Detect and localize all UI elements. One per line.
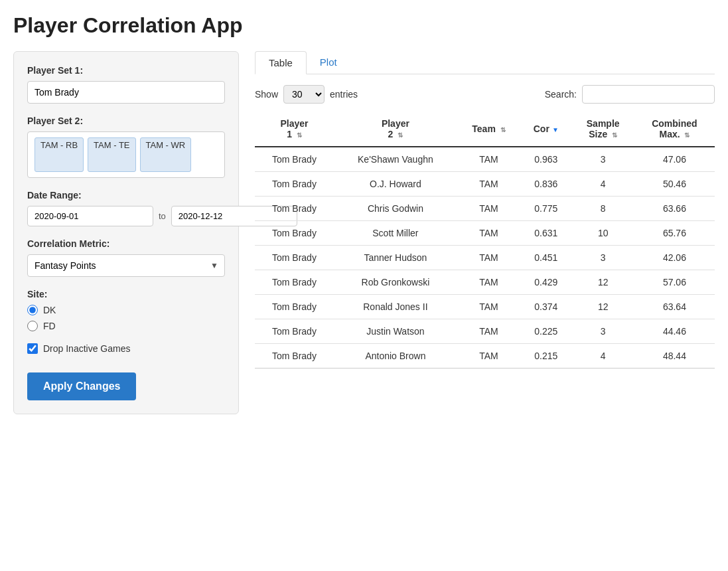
cell-cor: 0.836 [520,172,571,197]
site-dk-radio[interactable] [27,305,38,315]
main-content: Table Plot Show 10253050100 entries Sear… [255,51,715,368]
player-set-1-input[interactable] [27,81,225,104]
date-row: to [27,206,225,226]
cell-player1: Tom Brady [255,319,334,344]
site-dk-option[interactable]: DK [27,305,225,315]
date-range-section: Date Range: to [27,190,225,226]
site-radio-group: DK FD [27,305,225,331]
cell-team: TAM [457,172,520,197]
tab-bar: Table Plot [255,51,715,74]
cell-team: TAM [457,319,520,344]
cell-player1: Tom Brady [255,147,334,172]
cell-cor: 0.374 [520,295,571,319]
site-label: Site: [27,289,225,299]
player-set-2-tag: TAM - RB [35,137,84,172]
table-row: Tom BradyScott MillerTAM0.6311065.76 [255,221,715,246]
table-row: Tom BradyRonald Jones IITAM0.3741263.64 [255,295,715,319]
drop-inactive-checkbox[interactable] [27,343,38,354]
cell-sample_size: 3 [572,246,634,270]
apply-changes-button[interactable]: Apply Changes [27,372,136,400]
cell-cor: 0.775 [520,197,571,221]
player-set-1-section: Player Set 1: [27,65,225,104]
table-controls: Show 10253050100 entries Search: [255,85,715,104]
app-title: Player Correlation App [13,13,715,38]
cell-cor: 0.631 [520,221,571,246]
col-combined_max[interactable]: CombinedMax. ⇅ [634,112,715,147]
cell-player2: Ke'Shawn Vaughn [334,147,457,172]
col-player1[interactable]: Player1 ⇅ [255,112,334,147]
search-input[interactable] [582,85,715,104]
col-team[interactable]: Team ⇅ [457,112,520,147]
player-set-2-tag: TAM - WR [140,137,192,172]
cell-combined_max: 63.66 [634,197,715,221]
date-range-label: Date Range: [27,190,225,201]
date-start-input[interactable] [27,206,153,226]
cell-player1: Tom Brady [255,172,334,197]
site-fd-label: FD [43,321,56,331]
table-row: Tom BradyO.J. HowardTAM0.836450.46 [255,172,715,197]
cell-combined_max: 63.64 [634,295,715,319]
correlation-metric-select[interactable]: Fantasy Points [27,254,225,277]
cell-player2: Scott Miller [334,221,457,246]
cell-player2: Antonio Brown [334,344,457,368]
sort-icon: ⇅ [295,131,302,139]
cell-player1: Tom Brady [255,344,334,368]
correlation-metric-section: Correlation Metric: Fantasy Points ▼ [27,238,225,277]
cell-player2: Justin Watson [334,319,457,344]
sort-icon: ⇅ [610,131,617,139]
table-row: Tom BradyKe'Shawn VaughnTAM0.963347.06 [255,147,715,172]
show-label: Show [255,89,278,100]
correlation-metric-label: Correlation Metric: [27,238,225,249]
cell-player1: Tom Brady [255,246,334,270]
cell-combined_max: 65.76 [634,221,715,246]
cell-combined_max: 42.06 [634,246,715,270]
drop-inactive-checkbox-label[interactable]: Drop Inactive Games [27,343,225,354]
cell-player2: Ronald Jones II [334,295,457,319]
drop-inactive-section: Drop Inactive Games [27,343,225,354]
cell-player1: Tom Brady [255,295,334,319]
site-section: Site: DK FD [27,289,225,331]
drop-inactive-label: Drop Inactive Games [43,343,131,354]
site-dk-label: DK [43,305,56,315]
cell-sample_size: 3 [572,147,634,172]
date-to-label: to [159,211,166,221]
site-fd-radio[interactable] [27,321,38,331]
table-row: Tom BradyRob GronkowskiTAM0.4291257.06 [255,270,715,295]
cell-team: TAM [457,197,520,221]
col-sample_size[interactable]: SampleSize ⇅ [572,112,634,147]
cell-sample_size: 4 [572,172,634,197]
cell-player2: Rob Gronkowski [334,270,457,295]
cell-player2: O.J. Howard [334,172,457,197]
tab-table[interactable]: Table [255,51,307,74]
sidebar: Player Set 1: Player Set 2: TAM - RBTAM … [13,51,239,414]
cell-combined_max: 50.46 [634,172,715,197]
cell-cor: 0.963 [520,147,571,172]
cell-combined_max: 57.06 [634,270,715,295]
table-row: Tom BradyChris GodwinTAM0.775863.66 [255,197,715,221]
tab-plot[interactable]: Plot [307,51,350,74]
sort-icon: ⇅ [396,131,403,139]
cell-sample_size: 12 [572,270,634,295]
cell-sample_size: 3 [572,319,634,344]
site-fd-option[interactable]: FD [27,321,225,331]
player-set-2-tags[interactable]: TAM - RBTAM - TETAM - WR [27,131,225,178]
search-box: Search: [545,85,715,104]
cell-team: TAM [457,221,520,246]
correlation-metric-dropdown[interactable]: Fantasy Points ▼ [27,254,225,277]
cell-cor: 0.225 [520,319,571,344]
sort-icon: ⇅ [683,131,690,139]
table-row: Tom BradyTanner HudsonTAM0.451342.06 [255,246,715,270]
cell-sample_size: 4 [572,344,634,368]
cell-player2: Chris Godwin [334,197,457,221]
cell-combined_max: 47.06 [634,147,715,172]
player-set-2-tag: TAM - TE [88,137,135,172]
cell-sample_size: 10 [572,221,634,246]
col-player2[interactable]: Player2 ⇅ [334,112,457,147]
entries-select[interactable]: 10253050100 [283,85,325,104]
cell-team: TAM [457,246,520,270]
player-set-2-label: Player Set 2: [27,116,225,126]
cell-player2: Tanner Hudson [334,246,457,270]
cell-team: TAM [457,295,520,319]
col-cor[interactable]: Cor▼ [520,112,571,147]
sort-icon: ▼ [552,126,559,133]
